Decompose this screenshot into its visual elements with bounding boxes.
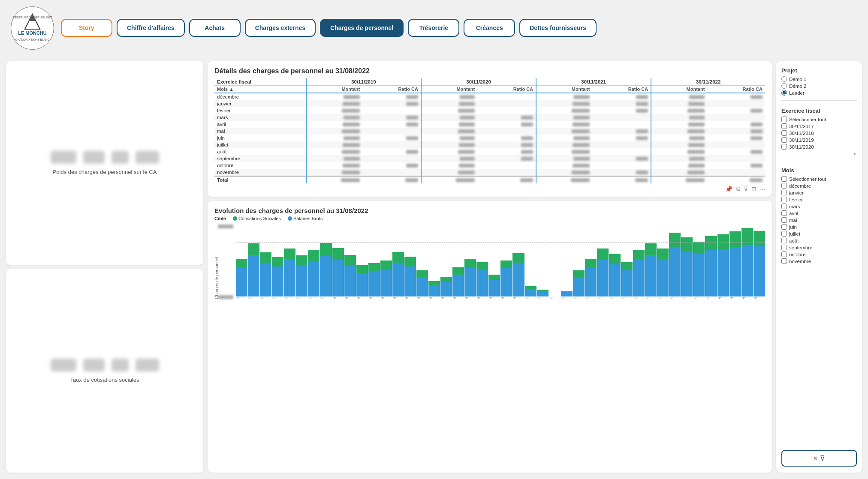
bar-segment-blue <box>488 280 500 296</box>
bar-segment-green <box>260 252 271 263</box>
kpi-card-2: Taux de cotisations sociales <box>6 269 203 473</box>
ratio-cell <box>707 135 765 141</box>
tab-achats[interactable]: Achats <box>189 19 241 37</box>
month-checkbox-item[interactable]: mai <box>781 217 857 223</box>
table-row: février <box>214 107 765 114</box>
fiscal-checkbox-item[interactable]: 30/11/2019 <box>781 137 857 143</box>
bar-segment-green <box>452 267 464 275</box>
legend-salaires-label: Salaires Bruts <box>293 216 322 221</box>
fiscal-checkbox-item[interactable]: 30/11/2018 <box>781 130 857 136</box>
month-checkbox-12[interactable] <box>781 258 787 264</box>
fiscal-checkbox-0[interactable] <box>781 117 787 122</box>
bar-group <box>573 228 585 296</box>
bar-group <box>705 228 717 296</box>
project-radio-1[interactable] <box>781 83 787 89</box>
fiscal-checkbox-item[interactable]: Sélectionner tout <box>781 117 857 122</box>
month-checkbox-9[interactable] <box>781 238 787 243</box>
month-checkbox-0[interactable] <box>781 176 787 182</box>
bar-group <box>512 228 524 296</box>
project-radio-item[interactable]: Démo 2 <box>781 83 857 89</box>
total-ratio <box>362 176 421 183</box>
pin-icon[interactable]: 📌 <box>725 186 732 192</box>
fiscal-checkbox-1[interactable] <box>781 123 787 129</box>
bar-segment-green <box>573 270 585 277</box>
month-checkbox-item[interactable]: décembre <box>781 183 857 189</box>
bar-group <box>476 228 488 296</box>
amount-cell <box>651 107 707 114</box>
bar-segment-blue <box>272 266 283 296</box>
fiscal-checkbox-4[interactable] <box>781 144 787 150</box>
month-checkbox-item[interactable]: avril <box>781 210 857 216</box>
month-checkbox-7[interactable] <box>781 224 787 230</box>
bar-segment-green <box>380 260 392 269</box>
tab-creances[interactable]: Créances <box>464 19 515 37</box>
copy-icon[interactable]: ⧉ <box>736 185 740 192</box>
fiscal-checkbox-2[interactable] <box>781 130 787 136</box>
ratio-cell <box>362 128 421 135</box>
month-checkbox-5[interactable] <box>781 210 787 216</box>
export-icon[interactable]: ⊡ <box>751 186 756 192</box>
svg-text:CHAMONIX MONT-BLANC: CHAMONIX MONT-BLANC <box>15 38 49 41</box>
ratio-cell <box>707 128 765 135</box>
svg-text:LE MONCHU: LE MONCHU <box>18 30 47 36</box>
tab-charges-pers[interactable]: Charges de personnel <box>320 19 404 37</box>
tab-tresorerie[interactable]: Trésorerie <box>408 19 459 37</box>
month-checkbox-item[interactable]: janvier <box>781 190 857 195</box>
month-checkbox-item[interactable]: Sélectionner tout <box>781 176 857 182</box>
month-checkbox-3[interactable] <box>781 197 787 202</box>
month-checkbox-6[interactable] <box>781 217 787 223</box>
ratio-cell <box>477 107 536 114</box>
bar-group <box>356 228 368 296</box>
amount-cell <box>651 114 707 121</box>
bar-group <box>717 228 729 296</box>
col-fy4: 30/11/2022 <box>651 78 765 86</box>
month-cell: octobre <box>214 162 306 169</box>
month-checkbox-10[interactable] <box>781 245 787 250</box>
tab-dettes[interactable]: Dettes fournisseurs <box>519 19 596 37</box>
legend-cible: Cible <box>214 216 226 221</box>
month-checkbox-item[interactable]: juillet <box>781 231 857 237</box>
month-checkbox-item[interactable]: août <box>781 238 857 243</box>
bar-segment-blue <box>248 255 259 296</box>
amount-cell <box>421 141 477 148</box>
bar-group <box>260 228 271 296</box>
amount-cell <box>306 141 362 148</box>
clear-filter-button[interactable]: ✕ ⊽ <box>781 450 857 467</box>
month-checkbox-8[interactable] <box>781 231 787 237</box>
month-checkbox-item[interactable]: février <box>781 197 857 202</box>
table-row: novembre <box>214 169 765 176</box>
table-row: juin <box>214 135 765 141</box>
tab-charges-ext[interactable]: Charges externes <box>245 19 316 37</box>
month-checkbox-item[interactable]: septembre <box>781 245 857 250</box>
more-icon[interactable]: ··· <box>760 186 765 192</box>
col-fy1: 30/11/2019 <box>306 78 421 86</box>
project-radio-item[interactable]: Leader <box>781 90 857 96</box>
bar-segment-blue <box>561 292 573 296</box>
fiscal-checkbox-item[interactable]: 30/11/2020 <box>781 144 857 150</box>
fiscal-checkbox-item[interactable]: 30/11/2017 <box>781 123 857 129</box>
filter-icon[interactable]: ⊽ <box>744 186 748 192</box>
tab-story[interactable]: Story <box>61 19 112 37</box>
month-checkbox-2[interactable] <box>781 190 787 195</box>
month-checkbox-item[interactable]: juin <box>781 224 857 230</box>
bar-segment-blue <box>609 264 621 296</box>
bar-segment-blue <box>320 256 332 296</box>
tab-chiffre[interactable]: Chiffre d'affaires <box>117 19 185 37</box>
month-checkbox-item[interactable]: mars <box>781 204 857 209</box>
ratio-cell <box>362 148 421 155</box>
filter-bottom: ✕ ⊽ <box>781 445 857 467</box>
fiscal-checkbox-3[interactable] <box>781 137 787 143</box>
month-checkbox-1[interactable] <box>781 183 787 189</box>
bar-segment-green <box>512 253 524 263</box>
detail-table: Exercice fiscal 30/11/2019 30/11/2020 30… <box>214 78 765 183</box>
month-checkbox-item[interactable]: novembre <box>781 258 857 264</box>
project-radio-2[interactable] <box>781 90 787 96</box>
month-checkbox-item[interactable]: octobre <box>781 251 857 257</box>
month-checkbox-11[interactable] <box>781 251 787 257</box>
project-radio-item[interactable]: Démo 1 <box>781 76 857 82</box>
project-radio-0[interactable] <box>781 76 787 82</box>
bar-group <box>452 228 464 296</box>
bar-group <box>657 228 669 296</box>
table-row: octobre <box>214 162 765 169</box>
month-checkbox-4[interactable] <box>781 204 787 209</box>
